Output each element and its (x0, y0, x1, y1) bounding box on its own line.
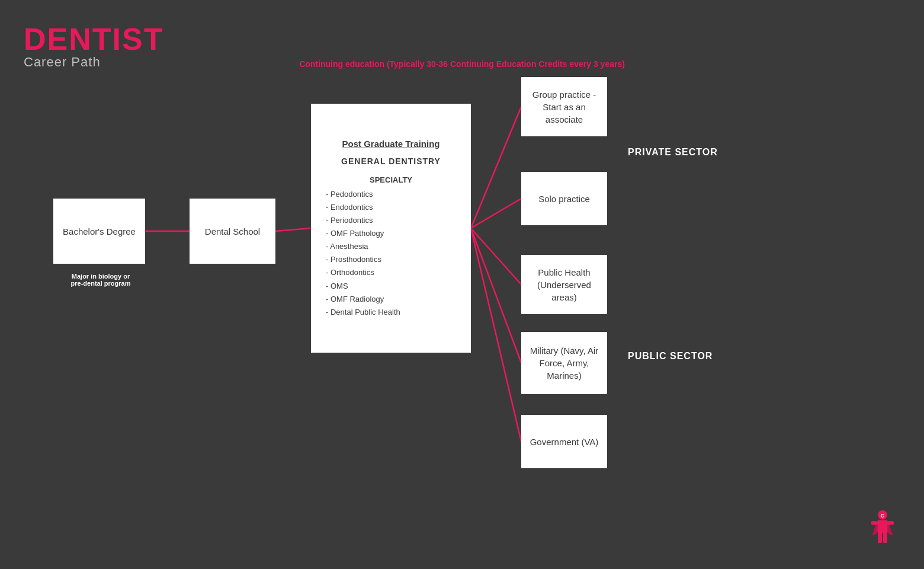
svg-line-4 (471, 228, 521, 284)
svg-rect-14 (871, 521, 878, 525)
list-item: - Orthodontics (326, 266, 462, 279)
continuing-education-label: Continuing education (Typically 30-36 Co… (0, 59, 924, 69)
postgrad-specialty-header: SPECIALTY (320, 175, 462, 186)
postgrad-title: Post Graduate Training (320, 138, 462, 150)
svg-line-6 (471, 228, 521, 442)
postgrad-general: GENERAL DENTISTRY (320, 156, 462, 168)
postgrad-list: - Pedodontics - Endodontics - Periodonti… (320, 188, 462, 319)
public-sector-label: PUBLIC SECTOR (628, 351, 713, 362)
mascot-icon: G (865, 510, 900, 551)
list-item: - Prosthodontics (326, 253, 462, 266)
svg-line-1 (275, 228, 311, 231)
list-item: - Endodontics (326, 201, 462, 214)
dental-school-label: Dental School (205, 225, 260, 238)
list-item: - OMS (326, 280, 462, 293)
group-practice-box: Group practice - Start as an associate (521, 77, 607, 136)
postgrad-content: Post Graduate Training GENERAL DENTISTRY… (311, 126, 471, 331)
list-item: - OMF Pathology (326, 227, 462, 240)
list-item: - Pedodontics (326, 188, 462, 201)
solo-practice-box: Solo practice (521, 172, 607, 225)
list-item: - Dental Public Health (326, 306, 462, 319)
public-health-label: Public Health (Underserved areas) (537, 266, 591, 303)
government-label: Government (VA) (530, 436, 599, 448)
svg-rect-9 (877, 520, 888, 533)
svg-line-2 (471, 107, 521, 228)
list-item: - OMF Radiology (326, 293, 462, 306)
postgrad-box: Post Graduate Training GENERAL DENTISTRY… (311, 104, 471, 353)
page-title: DENTIST (24, 24, 163, 55)
bachelors-degree-box: Bachelor's Degree (53, 199, 145, 264)
svg-rect-13 (883, 533, 887, 544)
military-box: Military (Navy, Air Force, Army, Marines… (521, 332, 607, 394)
svg-line-3 (471, 199, 521, 228)
dental-school-box: Dental School (190, 199, 275, 264)
military-label: Military (Navy, Air Force, Army, Marines… (530, 344, 599, 382)
group-practice-label: Group practice - Start as an associate (532, 88, 596, 126)
svg-line-5 (471, 228, 521, 363)
svg-text:G: G (881, 513, 885, 519)
svg-rect-12 (878, 533, 882, 544)
public-health-box: Public Health (Underserved areas) (521, 255, 607, 314)
government-box: Government (VA) (521, 415, 607, 468)
private-sector-label: PRIVATE SECTOR (628, 147, 718, 158)
solo-practice-label: Solo practice (538, 193, 590, 205)
bachelors-degree-label: Bachelor's Degree (63, 225, 136, 238)
list-item: - Periodontics (326, 214, 462, 227)
list-item: - Anesthesia (326, 240, 462, 253)
svg-rect-15 (887, 521, 894, 525)
bachelors-sublabel: Major in biology orpre-dental program (41, 273, 160, 287)
